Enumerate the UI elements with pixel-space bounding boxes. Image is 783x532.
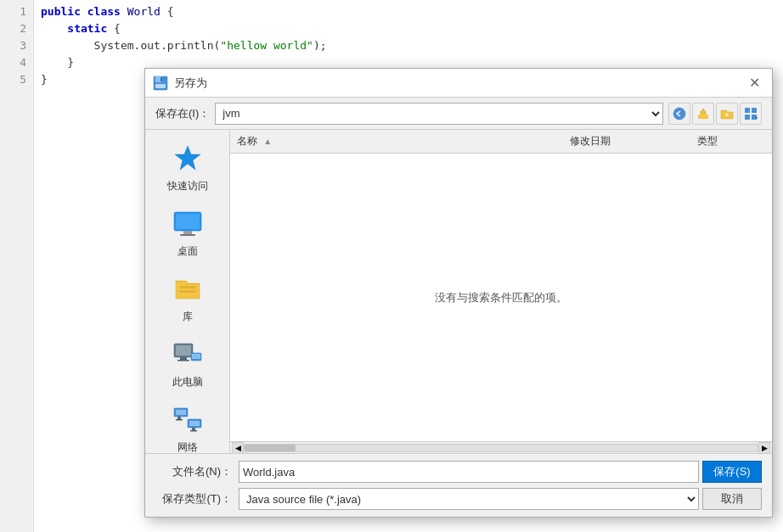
network-icon xyxy=(171,403,205,437)
dialog-sidebar: 快速访问 桌面 xyxy=(145,130,230,453)
svg-rect-23 xyxy=(192,354,200,359)
save-in-label: 保存在(I)： xyxy=(155,106,210,121)
scrollbar-thumb[interactable] xyxy=(245,445,296,451)
view-button[interactable] xyxy=(740,103,762,125)
dialog-title-icon xyxy=(152,75,169,92)
computer-icon xyxy=(171,338,205,372)
filename-label: 文件名(N)： xyxy=(155,464,232,479)
svg-rect-8 xyxy=(752,108,757,113)
save-dialog: 另存为 ✕ 保存在(I)： jvm xyxy=(144,68,773,518)
svg-rect-19 xyxy=(176,345,191,356)
svg-marker-11 xyxy=(175,146,200,170)
scrollbar-track xyxy=(244,444,758,452)
svg-text:+: + xyxy=(725,111,729,119)
sidebar-item-desktop[interactable]: 桌面 xyxy=(154,202,222,264)
svg-rect-15 xyxy=(180,234,195,236)
back-button[interactable] xyxy=(668,103,690,125)
new-folder-button[interactable]: + xyxy=(716,103,738,125)
col-name: 名称 ▲ xyxy=(237,134,570,148)
svg-rect-21 xyxy=(177,360,189,361)
filetype-select[interactable]: Java source file (*.java) xyxy=(239,488,699,510)
filename-input-wrap: 保存(S) xyxy=(239,461,762,483)
library-label: 库 xyxy=(183,310,193,324)
svg-rect-31 xyxy=(190,430,197,432)
empty-message: 没有与搜索条件匹配的项。 xyxy=(435,290,567,305)
col-date: 修改日期 xyxy=(570,134,697,148)
filename-input[interactable] xyxy=(239,461,699,483)
svg-rect-9 xyxy=(745,115,750,120)
sort-arrow: ▲ xyxy=(263,137,272,146)
save-button[interactable]: 保存(S) xyxy=(702,461,762,483)
svg-rect-27 xyxy=(176,419,183,421)
svg-rect-26 xyxy=(177,417,181,419)
dialog-toolbar: 保存在(I)： jvm + xyxy=(145,98,772,130)
star-icon xyxy=(171,142,205,176)
svg-rect-14 xyxy=(183,231,192,234)
dialog-body: 快速访问 桌面 xyxy=(145,130,772,453)
sidebar-item-network[interactable]: 网络 xyxy=(154,398,222,453)
filename-row: 文件名(N)： 保存(S) xyxy=(155,461,762,483)
svg-rect-29 xyxy=(189,421,200,426)
svg-rect-2 xyxy=(155,84,166,88)
svg-rect-20 xyxy=(180,357,187,360)
sidebar-item-library[interactable]: 库 xyxy=(154,267,222,329)
thispc-label: 此电脑 xyxy=(172,375,203,389)
svg-point-4 xyxy=(673,108,685,120)
quickaccess-label: 快速访问 xyxy=(167,179,208,193)
scrollbar-container: ◀ ▶ xyxy=(230,441,772,453)
up-button[interactable] xyxy=(692,103,714,125)
desktop-icon xyxy=(171,207,205,241)
folder-select[interactable]: jvm xyxy=(215,103,663,125)
svg-rect-3 xyxy=(161,77,162,81)
cancel-button[interactable]: 取消 xyxy=(702,488,762,510)
col-type: 类型 xyxy=(697,134,765,148)
svg-rect-13 xyxy=(176,214,200,229)
sidebar-item-thispc[interactable]: 此电脑 xyxy=(154,333,222,395)
file-list: 名称 ▲ 修改日期 类型 没有与搜索条件匹配的项。 ◀ ▶ xyxy=(230,130,772,453)
scroll-left-button[interactable]: ◀ xyxy=(232,442,244,454)
toolbar-buttons: + xyxy=(668,103,762,125)
dialog-bottom: 文件名(N)： 保存(S) 保存类型(T)： Java source file … xyxy=(145,453,772,517)
svg-rect-25 xyxy=(176,410,186,415)
svg-rect-30 xyxy=(192,428,195,430)
filelist-content: 没有与搜索条件匹配的项。 xyxy=(230,154,772,441)
filelist-header: 名称 ▲ 修改日期 类型 xyxy=(230,130,772,154)
scroll-right-button[interactable]: ▶ xyxy=(758,442,770,454)
desktop-label: 桌面 xyxy=(177,244,198,259)
dialog-titlebar: 另存为 ✕ xyxy=(145,69,772,98)
dialog-close-button[interactable]: ✕ xyxy=(743,72,765,94)
filetype-label: 保存类型(T)： xyxy=(155,491,232,507)
svg-rect-17 xyxy=(179,290,196,293)
filetype-row: 保存类型(T)： Java source file (*.java) 取消 xyxy=(155,488,762,510)
dialog-title: 另存为 xyxy=(174,76,743,91)
network-label: 网络 xyxy=(177,440,198,453)
line-numbers: 1 2 3 4 5 xyxy=(0,0,34,532)
sidebar-item-quickaccess[interactable]: 快速访问 xyxy=(154,137,222,199)
filetype-select-wrap: Java source file (*.java) 取消 xyxy=(239,488,762,510)
svg-rect-7 xyxy=(745,108,750,113)
library-icon xyxy=(171,272,205,306)
svg-rect-16 xyxy=(179,286,196,288)
svg-rect-5 xyxy=(698,115,708,119)
